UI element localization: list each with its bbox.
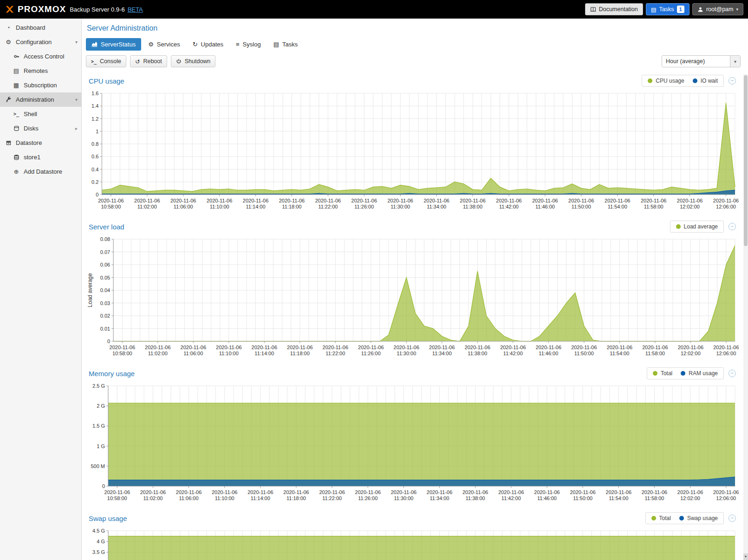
svg-text:0.2: 0.2 xyxy=(91,179,98,185)
svg-text:2020-11-06: 2020-11-06 xyxy=(243,198,268,203)
svg-text:2020-11-06: 2020-11-06 xyxy=(641,198,666,203)
collapse-panel-button[interactable]: − xyxy=(728,77,736,85)
user-menu-button[interactable]: root@pam ▾ xyxy=(692,3,743,15)
svg-text:2.5 G: 2.5 G xyxy=(92,383,105,389)
svg-text:11:02:00: 11:02:00 xyxy=(148,351,168,356)
sidebar-item-store1[interactable]: store1 xyxy=(0,150,81,164)
legend-label: Total xyxy=(659,515,671,521)
server-load-panel: Server load Load average − 00.010.020.03… xyxy=(86,220,739,358)
svg-text:11:58:00: 11:58:00 xyxy=(644,495,664,501)
server-list-icon: ▤ xyxy=(13,67,20,74)
refresh-icon: ↻ xyxy=(193,41,198,48)
panel-title: CPU usage xyxy=(89,77,124,85)
sidebar-item-add-datastore[interactable]: ⊕ Add Datastore xyxy=(0,164,81,179)
svg-text:11:26:00: 11:26:00 xyxy=(358,495,377,501)
archive-icon xyxy=(5,140,12,146)
terminal-icon: >_ xyxy=(13,111,20,117)
svg-text:0.08: 0.08 xyxy=(100,236,110,242)
disk-icon xyxy=(13,125,20,131)
svg-text:10:58:00: 10:58:00 xyxy=(112,351,132,356)
proxmox-logo: PROXMOX xyxy=(5,4,66,14)
sidebar-item-shell[interactable]: >_ Shell xyxy=(0,107,81,121)
svg-text:2020-11-06: 2020-11-06 xyxy=(498,489,524,495)
tab-serverstatus[interactable]: ServerStatus xyxy=(86,38,141,51)
beta-link[interactable]: BETA xyxy=(128,6,143,13)
svg-text:2020-11-06: 2020-11-06 xyxy=(536,345,561,350)
tab-updates[interactable]: ↻ Updates xyxy=(187,38,229,51)
svg-text:2020-11-06: 2020-11-06 xyxy=(570,489,595,495)
sidebar-item-access-control[interactable]: Access Control xyxy=(0,49,81,64)
svg-text:2020-11-06: 2020-11-06 xyxy=(496,198,521,203)
chevron-down-icon: ▾ xyxy=(736,7,738,12)
collapse-panel-button[interactable]: − xyxy=(728,223,736,230)
svg-text:2020-11-06: 2020-11-06 xyxy=(176,489,202,495)
scrollbar-thumb[interactable] xyxy=(744,75,748,246)
table-icon: ▤ xyxy=(273,41,279,48)
chevron-down-icon: ▾ xyxy=(75,39,78,45)
scrollbar-down-button[interactable]: ▾ xyxy=(743,553,748,560)
console-button[interactable]: >_ Console xyxy=(86,55,126,67)
shutdown-label: Shutdown xyxy=(185,58,211,65)
legend-dot xyxy=(648,78,652,83)
svg-text:0.8: 0.8 xyxy=(91,141,98,147)
svg-text:2020-11-06: 2020-11-06 xyxy=(532,198,558,203)
svg-text:2020-11-06: 2020-11-06 xyxy=(713,489,739,495)
svg-text:2020-11-06: 2020-11-06 xyxy=(642,489,667,495)
sidebar-item-dashboard[interactable]: ◔ Dashboard xyxy=(0,20,81,35)
database-icon xyxy=(13,154,20,160)
svg-text:11:38:00: 11:38:00 xyxy=(463,204,482,209)
panel-title: Swap usage xyxy=(89,514,127,522)
svg-text:2020-11-06: 2020-11-06 xyxy=(607,345,632,350)
timeframe-select[interactable]: Hour (average) ▾ xyxy=(662,55,741,67)
svg-text:11:50:00: 11:50:00 xyxy=(574,351,594,356)
svg-text:2020-11-06: 2020-11-06 xyxy=(678,345,703,350)
sidebar-item-datastore[interactable]: Datastore xyxy=(0,136,81,150)
tab-syslog[interactable]: ≡ Syslog xyxy=(230,38,267,51)
sidebar-item-remotes[interactable]: ▤ Remotes xyxy=(0,64,81,78)
console-label: Console xyxy=(100,58,121,65)
svg-text:12:06:00: 12:06:00 xyxy=(716,204,736,209)
legend-label: Total xyxy=(661,370,672,377)
legend-item: Load average xyxy=(676,223,718,230)
add-icon: ⊕ xyxy=(13,168,20,175)
svg-text:11:42:00: 11:42:00 xyxy=(501,495,521,501)
svg-text:1: 1 xyxy=(96,129,98,134)
tasks-button[interactable]: ▤ Tasks 1 xyxy=(646,3,689,15)
tab-tasks[interactable]: ▤ Tasks xyxy=(268,38,304,51)
sidebar-item-label: Datastore xyxy=(16,139,42,146)
chart-legend: Total Swap usage xyxy=(645,512,724,524)
svg-text:11:34:00: 11:34:00 xyxy=(427,204,446,209)
shutdown-button[interactable]: Shutdown xyxy=(171,55,216,67)
svg-text:2020-11-06: 2020-11-06 xyxy=(145,345,170,350)
vertical-scrollbar[interactable]: ▾ xyxy=(743,74,748,560)
reboot-button[interactable]: ↺ Reboot xyxy=(130,55,167,67)
proxmox-x-icon xyxy=(5,4,15,14)
collapse-panel-button[interactable]: − xyxy=(728,370,736,377)
chart-legend: CPU usage IO wait xyxy=(642,75,724,87)
sidebar-item-label: Access Control xyxy=(24,53,64,60)
collapse-panel-button[interactable]: − xyxy=(728,514,736,522)
cpu-usage-panel: CPU usage CPU usage IO wait − 00.20.40.6… xyxy=(86,74,739,211)
svg-text:11:10:00: 11:10:00 xyxy=(210,204,229,209)
tasks-label: Tasks xyxy=(659,6,674,13)
svg-text:12:02:00: 12:02:00 xyxy=(681,351,701,356)
sidebar-item-label: Dashboard xyxy=(16,24,46,31)
key-icon xyxy=(13,53,20,59)
chevron-down-icon: ▾ xyxy=(75,97,78,102)
top-header: PROXMOX Backup Server 0.9-6 BETA Documen… xyxy=(0,0,748,19)
documentation-label: Documentation xyxy=(599,6,638,13)
sidebar-item-disks[interactable]: Disks ▸ xyxy=(0,121,81,136)
legend-item: Swap usage xyxy=(679,515,718,521)
legend-dot xyxy=(653,371,657,376)
sidebar-item-subscription[interactable]: ▦ Subscription xyxy=(0,78,81,92)
sidebar: ◔ Dashboard ⚙ Configuration ▾ Access Con… xyxy=(0,19,82,560)
server-load-chart: 00.010.020.030.040.050.060.070.082020-11… xyxy=(86,236,739,358)
panel-title: Memory usage xyxy=(89,370,135,378)
documentation-button[interactable]: Documentation xyxy=(585,3,643,15)
svg-text:2020-11-06: 2020-11-06 xyxy=(181,345,206,350)
sidebar-item-configuration[interactable]: ⚙ Configuration ▾ xyxy=(0,35,81,49)
tab-services[interactable]: ⚙ Services xyxy=(143,38,186,51)
list-icon: ≡ xyxy=(236,41,240,48)
svg-text:11:30:00: 11:30:00 xyxy=(390,204,410,209)
sidebar-item-administration[interactable]: Administration ▾ xyxy=(0,92,81,107)
